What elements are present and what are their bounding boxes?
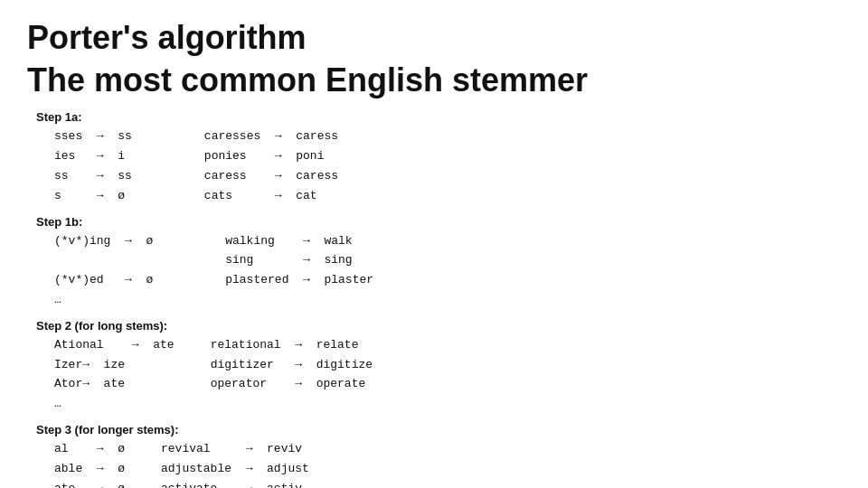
step2-left-col: Ational → ate Izer→ ize Ator→ ate …: [54, 336, 175, 414]
step3-section: Step 3 (for longer stems): al → ø able →…: [27, 423, 841, 488]
step3-left-rule-2: able → ø: [54, 460, 125, 479]
step1a-right-col: caresses → caress ponies → poni caress →…: [204, 127, 338, 205]
step1b-left-col: (*v*)ing → ø (*v*)ed → ø …: [54, 232, 153, 310]
step1b-right-rule-1: walking → walk: [225, 232, 373, 251]
step3-left-rule-1: al → ø: [54, 440, 125, 459]
step2-right-rule-1: relational → relate: [211, 336, 373, 355]
step2-right-col: relational → relate digitizer → digitize…: [211, 336, 373, 414]
step3-left-rule-3: ate → ø: [54, 480, 125, 488]
step2-right-rule-3: operator → operate: [211, 375, 373, 394]
step3-right-rule-2: adjustable → adjust: [161, 460, 309, 479]
step1a-left-rule-4: s → ø: [54, 187, 132, 206]
step3-right-rule-3: activate → activ: [161, 480, 309, 488]
step1a-right-rule-1: caresses → caress: [204, 127, 338, 146]
step2-label: Step 2 (for long stems):: [36, 319, 841, 333]
title-block: Porter's algorithm The most common Engli…: [27, 18, 841, 99]
step2-section: Step 2 (for long stems): Ational → ate I…: [27, 319, 841, 414]
step1a-left-rule-2: ies → i: [54, 147, 132, 166]
step3-right-col: revival → reviv adjustable → adjust acti…: [161, 440, 309, 488]
step1a-right-rule-3: caress → caress: [204, 167, 338, 186]
step1b-left-rule-3: (*v*)ed → ø: [54, 271, 153, 290]
step2-rules: Ational → ate Izer→ ize Ator→ ate … rela…: [54, 336, 841, 414]
step1b-section: Step 1b: (*v*)ing → ø (*v*)ed → ø … walk…: [27, 215, 841, 310]
step3-rules: al → ø able → ø ate → ø … revival → revi…: [54, 440, 841, 488]
step1a-right-rule-4: cats → cat: [204, 187, 338, 206]
step1a-label: Step 1a:: [36, 110, 841, 124]
step1a-left-rule-1: sses → ss: [54, 127, 132, 146]
step2-left-rule-1: Ational → ate: [54, 336, 175, 355]
step1b-ellipsis: …: [54, 291, 153, 310]
step1b-right-rule-2: sing → sing: [225, 251, 373, 270]
step2-ellipsis: …: [54, 395, 175, 414]
step3-right-rule-1: revival → reviv: [161, 440, 309, 459]
step1b-left-rule-1: (*v*)ing → ø: [54, 232, 153, 251]
step3-label: Step 3 (for longer stems):: [36, 423, 841, 436]
step2-left-rule-3: Ator→ ate: [54, 375, 175, 394]
step3-left-col: al → ø able → ø ate → ø …: [54, 440, 125, 488]
step1b-rules: (*v*)ing → ø (*v*)ed → ø … walking → wal…: [54, 232, 841, 310]
title-line1: Porter's algorithm: [27, 18, 841, 57]
step2-right-rule-2: digitizer → digitize: [211, 356, 373, 375]
step1b-label: Step 1b:: [36, 215, 841, 229]
step1b-right-col: walking → walk sing → sing plastered → p…: [225, 232, 373, 310]
title-line2: The most common English stemmer: [27, 61, 841, 99]
step1a-rules: sses → ss ies → i ss → ss s → ø caresses…: [54, 127, 841, 205]
step1a-left-col: sses → ss ies → i ss → ss s → ø: [54, 127, 132, 205]
step1a-left-rule-3: ss → ss: [54, 167, 132, 186]
step1a-right-rule-2: ponies → poni: [204, 147, 338, 166]
step1b-left-rule-2: [54, 251, 153, 270]
step2-left-rule-2: Izer→ ize: [54, 356, 175, 375]
step1b-right-rule-3: plastered → plaster: [225, 271, 373, 290]
step1a-section: Step 1a: sses → ss ies → i ss → ss s → ø…: [27, 110, 841, 205]
